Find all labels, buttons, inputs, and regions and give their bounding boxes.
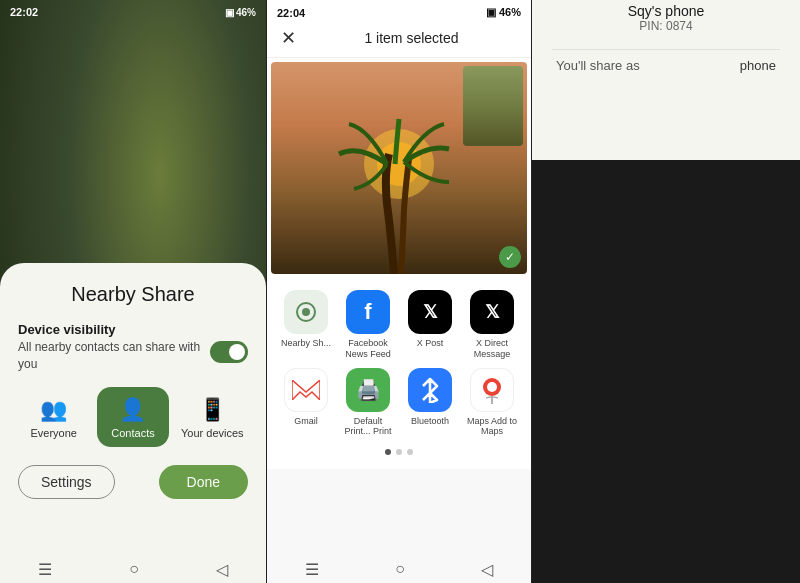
gmail-icon [284, 368, 328, 412]
share-sheet-header: ✕ 1 item selected [267, 21, 531, 58]
nav-menu-icon-2[interactable]: ☰ [305, 560, 319, 579]
everyone-icon: 👥 [40, 397, 67, 423]
palm-tree-illustration [319, 74, 479, 274]
share-x-post[interactable]: 𝕏 X Post [402, 290, 458, 360]
nav-back-icon-2[interactable]: ◁ [481, 560, 493, 579]
dot-2 [396, 449, 402, 455]
selected-check-badge: ✓ [499, 246, 521, 268]
settings-button[interactable]: Settings [18, 465, 115, 499]
share-x-dm[interactable]: 𝕏 X Direct Message [464, 290, 520, 360]
maps-icon [470, 368, 514, 412]
done-button[interactable]: Done [159, 465, 248, 499]
visibility-toggle[interactable] [210, 341, 248, 363]
device-visibility-label: Device visibility [18, 322, 248, 337]
battery-icon-1: ▣ [225, 7, 234, 18]
nearby-share-label: Nearby Sh... [281, 338, 331, 349]
share-header-title: 1 item selected [306, 30, 517, 46]
svg-point-3 [302, 308, 310, 316]
nearby-share-receive-card: Nearby Share ✕ [532, 0, 800, 160]
nearby-share-icon [284, 290, 328, 334]
contacts-icon: 👤 [119, 397, 146, 423]
device-visibility-row: All nearby contacts can share with you [18, 339, 248, 373]
share-nearby[interactable]: Nearby Sh... [278, 290, 334, 360]
share-row-2: Gmail 🖨️ Default Print... Print Bluetoot… [277, 368, 521, 438]
svg-point-6 [487, 382, 497, 392]
nav-back-icon-1[interactable]: ◁ [216, 560, 228, 579]
status-icons-2: ▣ 46% [486, 6, 521, 19]
device-pin-label: PIN: 0874 [639, 19, 692, 33]
panel-nearby-receiver: 22:05 ▣ 45% ← 31 December 2023 16:10 ↻ N… [532, 0, 800, 583]
navigation-bar-2: ☰ ○ ◁ [267, 555, 531, 583]
panel-nearby-share: 22:02 ▣ 46% Nearby Share Device visibili… [0, 0, 266, 583]
dot-3 [407, 449, 413, 455]
card-action-buttons: Settings Done [18, 465, 248, 515]
your-devices-label: Your devices [181, 427, 244, 439]
option-your-devices[interactable]: 📱 Your devices [177, 387, 248, 447]
option-contacts[interactable]: 👤 Contacts [97, 387, 168, 447]
facebook-icon: f [346, 290, 390, 334]
contacts-label: Contacts [111, 427, 154, 439]
share-apps-grid: Nearby Sh... f Facebook News Feed 𝕏 X Po… [267, 278, 531, 469]
bluetooth-label: Bluetooth [411, 416, 449, 427]
navigation-bar-1: ☰ ○ ◁ [0, 555, 266, 583]
your-devices-icon: 📱 [199, 397, 226, 423]
print-icon: 🖨️ [346, 368, 390, 412]
you-share-as-row: You'll share as phone [552, 49, 780, 81]
status-bar-2: 22:04 ▣ 46% [267, 0, 531, 21]
maps-label: Maps Add to Maps [464, 416, 520, 438]
device-visibility-desc: All nearby contacts can share with you [18, 339, 210, 373]
share-gmail[interactable]: Gmail [278, 368, 334, 438]
status-bar-1: 22:02 ▣ 46% [0, 0, 266, 20]
nav-home-icon-1[interactable]: ○ [129, 560, 139, 578]
share-options-group: 👥 Everyone 👤 Contacts 📱 Your devices [18, 387, 248, 447]
you-share-label: You'll share as [556, 58, 640, 73]
x-dm-icon: 𝕏 [470, 290, 514, 334]
share-facebook[interactable]: f Facebook News Feed [340, 290, 396, 360]
panel-share-sheet: 22:04 ▣ 46% ✕ 1 item selected [266, 0, 532, 583]
nearby-share-card: Nearby Share Device visibility All nearb… [0, 263, 266, 583]
x-post-label: X Post [417, 338, 444, 349]
check-icon: ✓ [505, 250, 515, 264]
print-label: Default Print... Print [340, 416, 396, 438]
nav-menu-icon-1[interactable]: ☰ [38, 560, 52, 579]
share-maps[interactable]: Maps Add to Maps [464, 368, 520, 438]
share-row-1: Nearby Sh... f Facebook News Feed 𝕏 X Po… [277, 290, 521, 360]
battery-level-1: 46% [236, 7, 256, 18]
status-icons-1: ▣ 46% [225, 7, 256, 18]
bluetooth-icon [408, 368, 452, 412]
share-bluetooth[interactable]: Bluetooth [402, 368, 458, 438]
second-image-thumbnail [463, 66, 523, 146]
device-info-row: ✕ Sqy's phone PIN: 0874 [552, 0, 780, 33]
everyone-label: Everyone [30, 427, 76, 439]
share-print[interactable]: 🖨️ Default Print... Print [340, 368, 396, 438]
facebook-label: Facebook News Feed [340, 338, 396, 360]
x-post-icon: 𝕏 [408, 290, 452, 334]
panel3-image-background: 22:05 ▣ 45% ← 31 December 2023 16:10 ↻ N… [532, 0, 800, 160]
gmail-label: Gmail [294, 416, 318, 427]
nearby-share-title: Nearby Share [18, 283, 248, 306]
nav-home-icon-2[interactable]: ○ [395, 560, 405, 578]
image-preview-area: ✓ [267, 58, 531, 278]
status-time-1: 22:02 [10, 6, 38, 18]
status-time-2: 22:04 [277, 7, 305, 19]
x-dm-label: X Direct Message [464, 338, 520, 360]
pagination-dots [277, 445, 521, 461]
close-button[interactable]: ✕ [281, 29, 296, 47]
option-everyone[interactable]: 👥 Everyone [18, 387, 89, 447]
dot-1 [385, 449, 391, 455]
you-share-value: phone [740, 58, 776, 73]
device-name-label: Sqy's phone [628, 3, 705, 19]
